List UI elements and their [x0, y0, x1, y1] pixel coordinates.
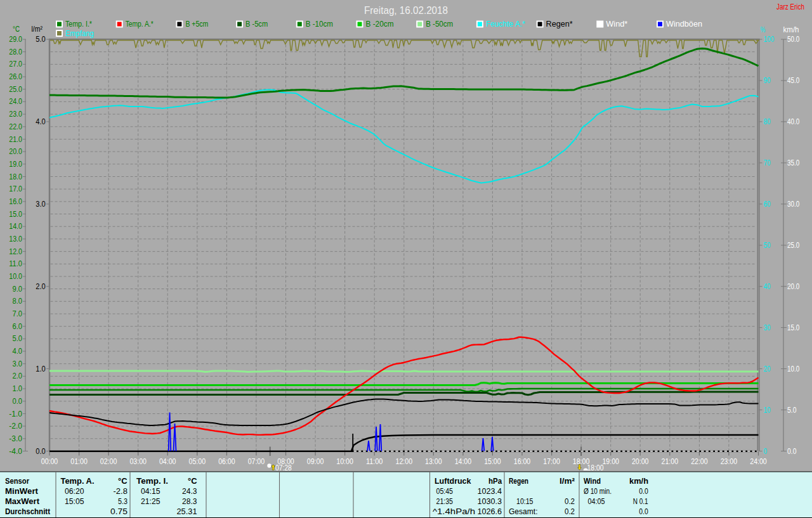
svg-text:3.0: 3.0 — [36, 199, 46, 209]
svg-text:1030.3: 1030.3 — [478, 496, 502, 506]
svg-text:22.0: 22.0 — [9, 122, 22, 131]
svg-text:80: 80 — [764, 117, 771, 126]
svg-text:Sensor: Sensor — [5, 476, 29, 486]
svg-text:2.0: 2.0 — [36, 282, 46, 291]
svg-text:6.0: 6.0 — [12, 321, 22, 331]
svg-text:km/h: km/h — [629, 476, 648, 486]
svg-text:9.0: 9.0 — [12, 284, 22, 294]
svg-text:10: 10 — [764, 405, 771, 415]
svg-text:10:00: 10:00 — [336, 456, 353, 466]
svg-text:60: 60 — [764, 199, 771, 209]
svg-text:B +5cm: B +5cm — [185, 19, 208, 29]
svg-text:15.0: 15.0 — [9, 209, 22, 219]
svg-text:30: 30 — [764, 323, 771, 332]
svg-text:Windböen: Windböen — [666, 19, 702, 29]
svg-text:15:05: 15:05 — [65, 496, 84, 506]
svg-text:Wind: Wind — [584, 476, 601, 486]
svg-text:21:25: 21:25 — [141, 496, 160, 506]
svg-text:Freitag, 16.02.2018: Freitag, 16.02.2018 — [364, 5, 448, 16]
svg-text:70: 70 — [764, 158, 771, 167]
svg-text:-2.0: -2.0 — [9, 421, 22, 431]
svg-text:B -10cm: B -10cm — [306, 19, 333, 29]
svg-text:01:00: 01:00 — [70, 456, 88, 466]
svg-text:10.0: 10.0 — [9, 271, 22, 281]
svg-text:Regen*: Regen* — [546, 19, 573, 29]
svg-text:27.0: 27.0 — [9, 59, 22, 68]
svg-text:17.0: 17.0 — [9, 184, 22, 193]
svg-text:0.2: 0.2 — [565, 496, 575, 506]
svg-text:4.0: 4.0 — [12, 346, 22, 356]
svg-text:06:00: 06:00 — [218, 456, 235, 466]
svg-text:Jarz Erich: Jarz Erich — [776, 3, 804, 11]
svg-text:MaxWert: MaxWert — [5, 496, 40, 506]
svg-text:19:00: 19:00 — [602, 456, 619, 466]
svg-text:04:00: 04:00 — [159, 456, 176, 466]
svg-text:03:00: 03:00 — [129, 456, 147, 466]
svg-text:23.0: 23.0 — [9, 109, 22, 119]
svg-text:25.31: 25.31 — [177, 507, 197, 516]
svg-text:11:00: 11:00 — [366, 456, 383, 466]
svg-text:24.0: 24.0 — [9, 96, 22, 106]
svg-text:°C: °C — [13, 24, 20, 34]
svg-text:28.0: 28.0 — [9, 47, 22, 56]
svg-text:19.0: 19.0 — [9, 159, 22, 169]
svg-text:Temp. A.: Temp. A. — [61, 476, 95, 486]
svg-text:20.0: 20.0 — [787, 282, 799, 291]
svg-text:4.0: 4.0 — [36, 117, 46, 126]
svg-text:10.0: 10.0 — [787, 364, 799, 373]
svg-text:Ø 10 min.: Ø 10 min. — [584, 486, 612, 496]
svg-text:16:00: 16:00 — [514, 456, 531, 466]
svg-text:1.0: 1.0 — [12, 384, 22, 393]
svg-text:0.2: 0.2 — [565, 507, 575, 516]
svg-text:Durchschnitt: Durchschnitt — [5, 507, 51, 516]
svg-text:%: % — [761, 25, 766, 34]
svg-text:14.0: 14.0 — [9, 221, 22, 231]
svg-text:Wind*: Wind* — [606, 19, 627, 29]
svg-text:l/m²: l/m² — [32, 24, 43, 34]
svg-text:-1.0: -1.0 — [9, 409, 22, 418]
svg-text:0.0: 0.0 — [639, 486, 648, 496]
svg-text:Feuchte A.*: Feuchte A.* — [486, 19, 525, 29]
svg-text:1.0: 1.0 — [36, 364, 46, 373]
svg-text:3.0: 3.0 — [12, 359, 22, 368]
svg-text:Temp. A.*: Temp. A.* — [126, 19, 154, 29]
svg-text:7.0: 7.0 — [12, 309, 22, 318]
svg-text:1026.6: 1026.6 — [478, 507, 502, 516]
svg-text:12:00: 12:00 — [396, 456, 413, 466]
svg-text:21:35: 21:35 — [436, 496, 454, 506]
svg-text:MinWert: MinWert — [5, 486, 39, 496]
svg-text:50.0: 50.0 — [787, 34, 799, 44]
svg-text:09:00: 09:00 — [307, 456, 324, 466]
svg-text:2.0: 2.0 — [12, 371, 22, 380]
svg-text:0: 0 — [764, 446, 768, 456]
svg-text:hPa: hPa — [488, 476, 502, 486]
svg-text:28.3: 28.3 — [182, 496, 197, 506]
svg-text:23:00: 23:00 — [721, 456, 738, 466]
svg-text:Regen: Regen — [509, 476, 528, 486]
svg-text:35.0: 35.0 — [787, 158, 799, 167]
svg-text:5.0: 5.0 — [36, 34, 46, 44]
svg-text:Temp. I.*: Temp. I.* — [65, 19, 92, 29]
svg-text:-4.0: -4.0 — [9, 446, 22, 456]
svg-text:B -5cm: B -5cm — [246, 19, 268, 29]
svg-text:90: 90 — [764, 75, 771, 85]
svg-text:16.0: 16.0 — [9, 197, 22, 206]
svg-text:18.0: 18.0 — [9, 172, 22, 181]
svg-text:20.0: 20.0 — [9, 146, 22, 156]
svg-text:B -20cm: B -20cm — [366, 19, 394, 29]
svg-text:30.0: 30.0 — [787, 199, 799, 209]
svg-text:8.0: 8.0 — [12, 296, 22, 306]
svg-text:20: 20 — [764, 364, 771, 373]
svg-text:07:28: 07:28 — [275, 463, 292, 472]
svg-text:-2.8: -2.8 — [114, 486, 128, 496]
svg-text:100: 100 — [764, 34, 775, 44]
svg-text:00:00: 00:00 — [41, 456, 58, 466]
svg-text:0.0: 0.0 — [36, 446, 46, 456]
svg-text:04:05: 04:05 — [588, 496, 605, 506]
svg-text:24:00: 24:00 — [750, 456, 767, 466]
svg-text:17:00: 17:00 — [543, 456, 560, 466]
svg-text:26.0: 26.0 — [9, 72, 22, 81]
svg-text:B -50cm: B -50cm — [426, 19, 453, 29]
svg-text:50: 50 — [764, 240, 771, 250]
svg-text:05:45: 05:45 — [436, 486, 454, 496]
